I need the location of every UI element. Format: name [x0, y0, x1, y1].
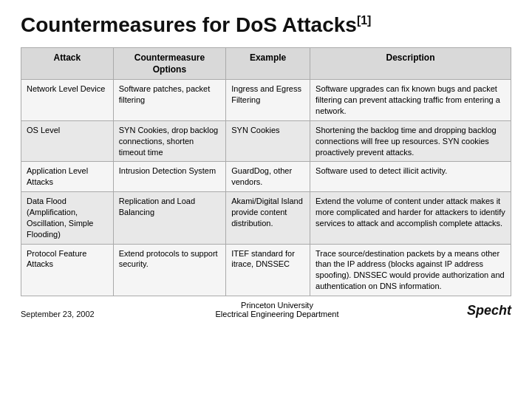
page-title: Countermeasures for DoS Attacks[1] — [21, 13, 511, 37]
col-header-description: Description — [310, 48, 511, 80]
cell-attack: Protocol Feature Attacks — [21, 244, 114, 296]
countermeasures-table: Attack Countermeasure Options Example De… — [21, 47, 511, 296]
footer-author: Specht — [460, 303, 511, 318]
cell-attack: Data Flood (Amplification, Oscillation, … — [21, 192, 114, 244]
footer: September 23, 2002 Princeton University … — [21, 301, 511, 318]
table-row: Application Level AttacksIntrusion Detec… — [21, 162, 511, 192]
table-row: Network Level DeviceSoftware patches, pa… — [21, 80, 511, 121]
cell-example: SYN Cookies — [226, 120, 310, 162]
table-row: OS LevelSYN Cookies, drop backlog connec… — [21, 120, 511, 162]
table-row: Data Flood (Amplification, Oscillation, … — [21, 192, 511, 244]
table-row: Protocol Feature AttacksExtend protocols… — [21, 244, 511, 296]
cell-attack: Network Level Device — [21, 80, 114, 121]
cell-countermeasure: SYN Cookies, drop backlog connections, s… — [113, 120, 226, 162]
cell-example: Akami/Digital Island provide content dis… — [226, 192, 310, 244]
col-header-countermeasure: Countermeasure Options — [113, 48, 226, 80]
cell-countermeasure: Intrusion Detection System — [113, 162, 226, 192]
cell-description: Extend the volume of content under attac… — [310, 192, 511, 244]
cell-countermeasure: Software patches, packet filtering — [113, 80, 226, 121]
footer-institution: Princeton University Electrical Engineer… — [95, 301, 460, 318]
footer-date: September 23, 2002 — [21, 310, 95, 318]
col-header-example: Example — [226, 48, 310, 80]
cell-countermeasure: Extend protocols to support security. — [113, 244, 226, 296]
cell-attack: OS Level — [21, 120, 114, 162]
cell-countermeasure: Replication and Load Balancing — [113, 192, 226, 244]
cell-description: Software used to detect illicit activity… — [310, 162, 511, 192]
cell-example: Ingress and Egress Filtering — [226, 80, 310, 121]
cell-attack: Application Level Attacks — [21, 162, 114, 192]
cell-description: Shortening the backlog time and dropping… — [310, 120, 511, 162]
cell-description: Trace source/destination packets by a me… — [310, 244, 511, 296]
cell-example: GuardDog, other vendors. — [226, 162, 310, 192]
col-header-attack: Attack — [21, 48, 114, 80]
cell-description: Software upgrades can fix known bugs and… — [310, 80, 511, 121]
cell-example: ITEF standard for itrace, DNSSEC — [226, 244, 310, 296]
